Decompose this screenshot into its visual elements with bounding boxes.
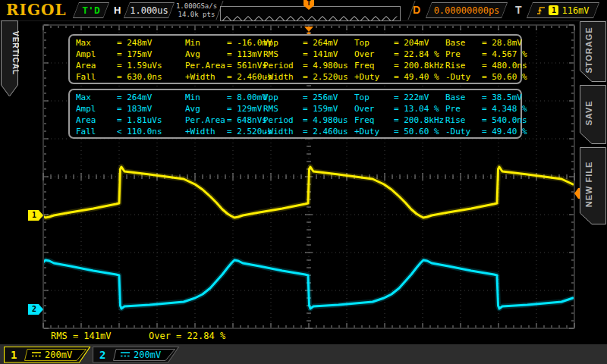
top-status-bar: RIGOL T'D H 1.000us 1.000GSa/s 14.0k pts… (0, 0, 607, 21)
bottom-bar: 1200mV2200mV 04:48 (0, 343, 607, 364)
channel-number: 1 (11, 349, 17, 361)
measurement-row: Area= 1.81uVsPer.Area= 648nVsPeriod= 4.9… (76, 115, 521, 127)
measurement-per.area: Per.Area= 561nVs (185, 61, 263, 71)
measurement-over: Over= 13.04 % (354, 104, 445, 114)
channel-1-badge[interactable]: 1200mV (4, 347, 92, 363)
measurement-row: Max= 248mVMin= -16.0mVVpp= 264mVTop= 204… (76, 38, 521, 49)
measurement-rise: Rise= 480.0ns (445, 61, 527, 71)
timebase-tab[interactable]: 1.000us (124, 2, 175, 18)
menu-item-label: NEW FILE (584, 162, 593, 208)
trigger-section-label: T (515, 4, 522, 16)
trigger-status-tab: T'D (73, 2, 109, 18)
measurement-row: Fall= 630.0ns+Width= 2.460us-Width= 2.52… (76, 72, 521, 83)
measurement-row: Ampl= 175mVAvg= 113mVRMS= 141mVOver= 22.… (76, 49, 521, 61)
measurement-per.area: Per.Area= 648nVs (185, 115, 263, 125)
trigger-source-badge: 1 (549, 5, 558, 15)
measurement-period: Period= 4.980us (263, 61, 354, 71)
measurement-row: Area= 1.59uVsPer.Area= 561nVsPeriod= 4.9… (76, 61, 521, 72)
measurement-rms: RMS= 159mV (263, 104, 354, 114)
delay-label: D (413, 4, 420, 16)
channel-2-badge[interactable]: 2200mV (93, 347, 181, 363)
readout-rms: RMS = 141mV (51, 331, 111, 341)
vertical-menu-tab[interactable]: VERTICAL (1, 20, 19, 98)
delay-tab[interactable]: 0.00000000ps (426, 2, 508, 18)
measurement-avg: Avg= 113mV (185, 49, 263, 59)
trigger-settings-tab[interactable]: 1 116mV (527, 2, 599, 18)
measurement-min: Min= 8.00mV (185, 93, 263, 102)
channel-scale: 200mV (134, 350, 161, 360)
rigol-logo: RIGOL (6, 1, 67, 19)
menu-item-label: STORAGE (584, 27, 593, 73)
measurement-+duty: +Duty= 49.40 % (354, 72, 445, 82)
measurement-freq: Freq= 200.8kHz (354, 115, 445, 125)
measurement-max: Max= 264mV (76, 93, 185, 102)
measurement-pre: Pre= 4.567 % (445, 49, 527, 59)
rising-edge-icon (536, 5, 546, 16)
measurement-pre: Pre= 4.348 % (445, 104, 527, 114)
channel-scale: 200mV (45, 350, 72, 360)
vertical-menu-label: VERTICAL (11, 31, 19, 75)
measurement-over: Over= 22.84 % (354, 49, 445, 59)
measurement--duty: -Duty= 49.40 % (445, 127, 527, 136)
oscilloscope-screen: RIGOL T'D H 1.000us 1.000GSa/s 14.0k pts… (0, 0, 607, 364)
measurement--width: -Width= 2.520us (263, 72, 354, 82)
measurement-ampl: Ampl= 175mV (76, 49, 185, 59)
measurement-base: Base= 38.5mV (445, 93, 527, 102)
measurement-top: Top= 222mV (354, 93, 445, 102)
measurement-fall: Fall< 110.0ns (76, 127, 185, 136)
measurement--width: -Width= 2.460us (263, 127, 354, 136)
trigger-status-text: T'D (82, 5, 99, 16)
measurement-panel-ch2: Max= 264mVMin= 8.00mVVpp= 256mVTop= 222m… (68, 89, 522, 139)
measurement-avg: Avg= 129mV (185, 104, 263, 114)
delay-value: 0.00000000ps (434, 5, 500, 16)
measurement-area: Area= 1.59uVs (76, 61, 185, 71)
measurement-area: Area= 1.81uVs (76, 115, 185, 125)
measurement-+width: +Width= 2.460us (185, 72, 263, 82)
measurement-panel-ch1: Max= 248mVMin= -16.0mVVpp= 264mVTop= 204… (68, 34, 522, 84)
menu-item-storage[interactable]: STORAGE (580, 21, 607, 82)
measurement-row: Max= 264mVMin= 8.00mVVpp= 256mVTop= 222m… (76, 93, 521, 104)
measurement-rise: Rise= 540.0ns (445, 115, 527, 125)
measurement-rms: RMS= 141mV (263, 49, 354, 59)
measurement-vpp: Vpp= 256mV (263, 93, 354, 102)
measurement-min: Min= -16.0mV (185, 38, 263, 48)
horizontal-label: H (114, 5, 121, 16)
measurement-max: Max= 248mV (76, 38, 185, 48)
menu-item-label: SAVE (584, 100, 593, 125)
timebase-value: 1.000us (130, 5, 168, 16)
menu-item-new-file[interactable]: NEW FILE (580, 147, 607, 224)
measurement-base: Base= 28.8mV (445, 38, 527, 48)
measurement-top: Top= 204mV (354, 38, 445, 48)
menu-item-save[interactable]: SAVE (580, 85, 607, 144)
measurement-+duty: +Duty= 50.60 % (354, 127, 445, 136)
measurement-+width: +Width= 2.520us (185, 127, 263, 136)
measurement-row: Ampl= 183mVAvg= 129mVRMS= 159mVOver= 13.… (76, 104, 521, 115)
trigger-level-value: 116mV (561, 5, 589, 16)
measurement-row: Fall< 110.0ns+Width= 2.520us-Width= 2.46… (76, 127, 521, 138)
readout-over: Over = 22.84 % (149, 331, 225, 341)
waveform-overview-strip[interactable] (220, 6, 401, 20)
measurement-fall: Fall= 630.0ns (76, 72, 185, 82)
measurement-freq: Freq= 200.8kHz (354, 61, 445, 71)
channel-number: 2 (99, 349, 105, 361)
measurement--duty: -Duty= 50.60 % (445, 72, 527, 82)
measurement-ampl: Ampl= 183mV (76, 104, 185, 114)
measurement-period: Period= 4.980us (263, 115, 354, 125)
measurement-vpp: Vpp= 264mV (263, 38, 354, 48)
